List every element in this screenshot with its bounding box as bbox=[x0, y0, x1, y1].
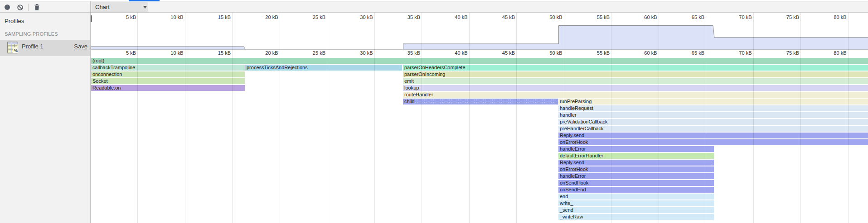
svg-text:%: % bbox=[14, 48, 18, 53]
